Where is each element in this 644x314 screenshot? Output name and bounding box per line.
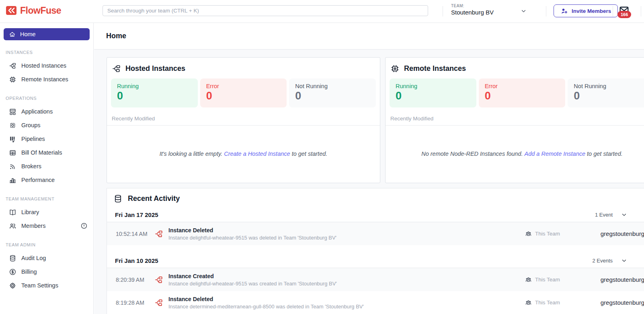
chevron-down-icon[interactable]	[621, 257, 628, 264]
sidebar-item-library[interactable]: Library	[0, 205, 93, 219]
event-title: Instance Deleted	[168, 296, 364, 302]
stat-value: 0	[206, 90, 281, 102]
sidebar-item-applications[interactable]: Applications	[0, 105, 93, 118]
stat-label: Error	[485, 83, 560, 89]
chevron-down-icon[interactable]	[621, 211, 628, 218]
sidebar-item-hosted-instances[interactable]: Hosted Instances	[0, 59, 93, 72]
remote-not-running-stat: Not Running 0	[568, 78, 644, 107]
create-hosted-instance-link[interactable]: Create a Hosted Instance	[224, 151, 290, 157]
applications-icon	[9, 108, 16, 116]
empty-text: No remote Node-RED Instances found.	[421, 151, 523, 157]
sidebar-item-bill-of-materials[interactable]: Bill Of Materials	[0, 146, 93, 159]
team-icon	[525, 230, 532, 237]
chip-icon	[390, 64, 400, 73]
activity-event-row[interactable]: 10:52:14 AM Instance Deleted Instance de…	[107, 222, 644, 245]
book-open-icon	[9, 209, 16, 216]
sidebar-item-groups[interactable]: Groups	[0, 118, 93, 132]
sidebar-item-label: Members	[21, 223, 45, 229]
remote-empty-state: No remote Node-RED Instances found. Add …	[386, 126, 644, 182]
stat-label: Not Running	[574, 83, 644, 89]
flowfuse-chevrons-icon	[6, 5, 17, 16]
sidebar-item-pipelines[interactable]: Pipelines	[0, 132, 93, 146]
stat-value: 0	[485, 90, 560, 102]
sidebar-item-label: Billing	[21, 269, 37, 275]
sidebar: Home INSTANCES Hosted Instances Remote I…	[0, 23, 94, 314]
sidebar-item-label: Applications	[21, 108, 53, 115]
event-title: Instance Created	[168, 273, 337, 279]
activity-event-row[interactable]: 8:19:28 AM Instance Deleted Instance det…	[107, 291, 644, 314]
event-time: 8:20:39 AM	[116, 277, 151, 283]
sidebar-item-team-settings[interactable]: Team Settings	[0, 279, 93, 292]
sidebar-home-label: Home	[20, 31, 36, 37]
activity-group-date: Fri Jan 17 2025	[115, 211, 158, 218]
event-description: Instance delightful-wheatear-9515 was cr…	[168, 281, 337, 287]
event-description: Instance determined-mediterranean-gull-8…	[168, 304, 364, 310]
activity-group-date: Fri Jan 10 2025	[115, 257, 158, 264]
brand-name: FlowFuse	[20, 5, 61, 16]
event-user: gregstoutenburg	[560, 276, 644, 283]
activity-group-count: 1 Event	[595, 212, 613, 218]
team-icon	[525, 276, 532, 283]
pipelines-icon	[9, 135, 16, 143]
sidebar-item-members[interactable]: Members	[0, 219, 93, 233]
empty-text: to get started.	[587, 151, 623, 157]
event-time: 10:52:14 AM	[116, 231, 151, 237]
remote-instances-card: Remote Instances Running 0 Error 0 Not R…	[385, 57, 644, 183]
stat-label: Not Running	[295, 83, 370, 89]
flowfuse-logo[interactable]: FlowFuse	[6, 5, 61, 16]
sidebar-item-label: Remote Instances	[21, 76, 68, 83]
projects-icon	[154, 229, 163, 238]
hosted-not-running-stat: Not Running 0	[289, 78, 376, 107]
remote-instances-card-title: Remote Instances	[404, 64, 466, 73]
stat-value: 0	[295, 90, 370, 102]
database-icon	[9, 254, 16, 262]
chip-icon	[9, 76, 16, 83]
team-search-input[interactable]	[103, 5, 428, 16]
app-header: FlowFuse TEAM: Stoutenburg BV Invite Mem…	[0, 0, 644, 23]
sidebar-item-label: Performance	[21, 177, 55, 183]
sidebar-section-team-admin: TEAM ADMIN	[6, 242, 88, 247]
group-chip-icon	[9, 122, 16, 129]
add-remote-instance-link[interactable]: Add a Remote Instance	[525, 151, 586, 157]
remote-error-stat: Error 0	[479, 78, 566, 107]
stat-label: Running	[117, 83, 192, 89]
sidebar-item-billing[interactable]: Billing	[0, 265, 93, 279]
recently-modified-label: Recently Modified	[386, 107, 644, 126]
sidebar-item-home[interactable]: Home	[4, 28, 90, 40]
page-titlebar: Home	[94, 23, 644, 50]
event-user: gregstoutenburg	[560, 299, 644, 306]
recent-activity-title: Recent Activity	[128, 194, 180, 203]
recent-activity-panel: Recent Activity Fri Jan 17 2025 1 Event …	[107, 188, 644, 314]
stat-value: 0	[396, 90, 470, 102]
sidebar-item-label: Groups	[21, 122, 41, 128]
gear-icon	[9, 282, 16, 289]
sidebar-item-label: Audit Log	[21, 255, 46, 261]
header-divider	[546, 6, 546, 17]
notifications-button[interactable]: 166	[618, 5, 630, 16]
sidebar-item-brokers[interactable]: Brokers	[0, 159, 93, 173]
remote-running-stat: Running 0	[390, 78, 476, 107]
database-icon	[113, 194, 123, 203]
recently-modified-label: Recently Modified	[107, 107, 380, 126]
sidebar-item-label: Hosted Instances	[21, 62, 66, 69]
stat-label: Error	[206, 83, 281, 89]
event-scope: This Team	[525, 276, 560, 283]
activity-group: Fri Jan 17 2025 1 Event 10:52:14 AM Inst…	[107, 208, 644, 245]
users-icon	[9, 222, 16, 230]
sidebar-item-audit-log[interactable]: Audit Log	[0, 251, 93, 265]
event-user: gregstoutenburg	[560, 230, 644, 237]
team-selector[interactable]: TEAM: Stoutenburg BV	[451, 4, 494, 16]
activity-event-row[interactable]: 8:20:39 AM Instance Created Instance del…	[107, 268, 644, 291]
projects-icon	[154, 298, 163, 307]
team-label: TEAM:	[451, 4, 494, 8]
chevron-down-icon[interactable]	[520, 8, 527, 14]
sidebar-item-remote-instances[interactable]: Remote Instances	[0, 72, 93, 86]
sidebar-item-performance[interactable]: Performance	[0, 173, 93, 187]
hosted-instances-card: Hosted Instances Running 0 Error 0 Not R…	[107, 57, 380, 183]
sidebar-item-label: Brokers	[21, 163, 41, 169]
event-scope: This Team	[525, 230, 560, 237]
bar-chart-icon	[9, 176, 16, 184]
invite-members-button[interactable]: Invite Members	[554, 4, 618, 17]
event-time: 8:19:28 AM	[116, 300, 151, 306]
hosted-running-stat: Running 0	[111, 78, 198, 107]
